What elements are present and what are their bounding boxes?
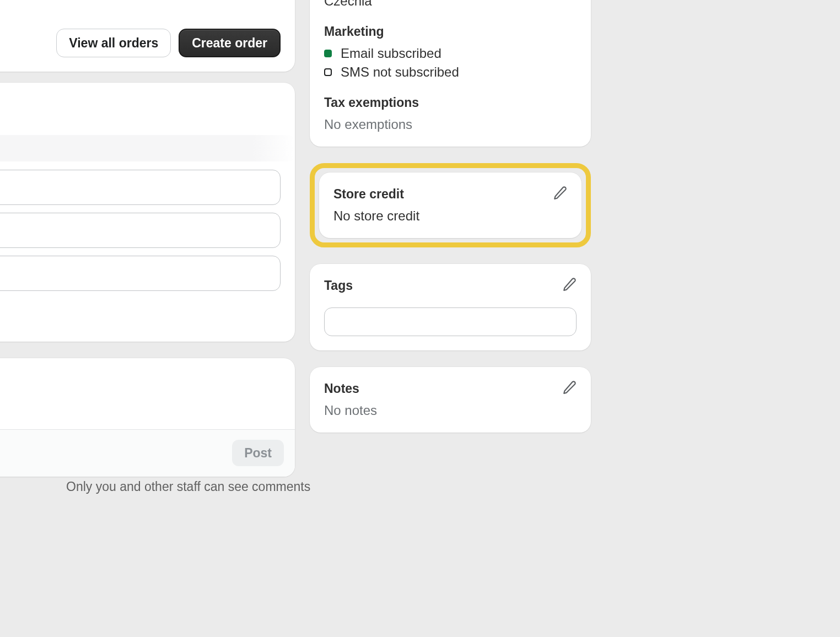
pencil-icon [553, 186, 567, 202]
notes-value: No notes [324, 403, 577, 418]
notes-card: Notes No notes [310, 367, 591, 433]
orders-card: View all orders Create order [0, 0, 295, 72]
post-button[interactable]: Post [232, 440, 284, 466]
status-indicator-outline-icon [324, 68, 332, 76]
tags-heading: Tags [324, 278, 577, 293]
notes-heading: Notes [324, 381, 577, 396]
edit-tags-button[interactable] [560, 276, 579, 295]
tax-exemptions-value: No exemptions [324, 117, 577, 132]
customer-country: Czechia [324, 0, 577, 9]
status-indicator-filled-icon [324, 50, 332, 57]
pencil-icon [562, 380, 577, 397]
tags-input[interactable] [324, 307, 577, 336]
activity-rows [0, 162, 281, 291]
store-credit-card: Store credit No store credit [319, 172, 581, 238]
store-credit-heading: Store credit [333, 187, 567, 202]
input-row[interactable] [0, 256, 281, 291]
timeline-footer: Post [0, 429, 295, 477]
email-subscription-label: Email subscribed [341, 46, 441, 61]
marketing-heading: Marketing [324, 24, 577, 39]
email-subscription-row: Email subscribed [324, 46, 577, 61]
input-row[interactable] [0, 170, 281, 205]
tax-exemptions-heading: Tax exemptions [324, 95, 577, 110]
activity-card [0, 83, 295, 342]
edit-store-credit-button[interactable] [551, 185, 569, 203]
pencil-icon [562, 277, 577, 294]
customer-info-card: Czechia Marketing Email subscribed SMS n… [310, 0, 591, 147]
activity-card-header-bar [0, 135, 295, 161]
input-row[interactable] [0, 213, 281, 248]
comments-visibility-note: Only you and other staff can see comment… [66, 479, 310, 494]
store-credit-highlight: Store credit No store credit [310, 163, 591, 247]
sms-subscription-row: SMS not subscribed [324, 64, 577, 80]
edit-notes-button[interactable] [560, 379, 579, 398]
tags-card: Tags [310, 264, 591, 350]
right-column: Czechia Marketing Email subscribed SMS n… [310, 0, 591, 449]
create-order-button[interactable]: Create order [179, 29, 281, 57]
sms-subscription-label: SMS not subscribed [341, 64, 459, 80]
timeline-card: Post [0, 358, 295, 477]
orders-card-footer: View all orders Create order [56, 29, 281, 57]
store-credit-value: No store credit [333, 208, 567, 224]
view-all-orders-button[interactable]: View all orders [56, 29, 171, 57]
